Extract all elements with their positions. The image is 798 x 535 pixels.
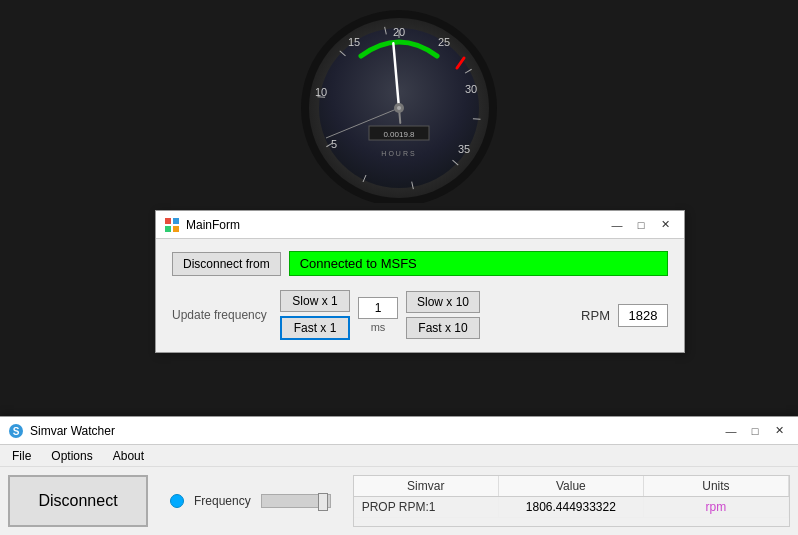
mainform-content: Disconnect from Connected to MSFS Update… [156, 239, 684, 352]
svg-text:0.0019.8: 0.0019.8 [383, 130, 415, 139]
svg-rect-29 [173, 218, 179, 224]
table-header: Simvar Value Units [354, 476, 789, 497]
svg-rect-31 [173, 226, 179, 232]
frequency-indicator [170, 494, 184, 508]
rpm-section: RPM 1828 [581, 304, 668, 327]
svg-text:S: S [13, 426, 20, 437]
row-units: rpm [644, 497, 789, 517]
simvar-titlebar-controls: — □ ✕ [720, 422, 790, 440]
simvar-title: Simvar Watcher [30, 424, 115, 438]
svg-text:30: 30 [465, 83, 477, 95]
svg-text:10: 10 [315, 86, 327, 98]
simvar-window: S Simvar Watcher — □ ✕ File Options Abou… [0, 416, 798, 535]
simvar-titlebar-left: S Simvar Watcher [8, 423, 115, 439]
simvar-minimize-button[interactable]: — [720, 422, 742, 440]
titlebar-controls: — □ ✕ [606, 216, 676, 234]
disconnect-from-button[interactable]: Disconnect from [172, 252, 281, 276]
minimize-button[interactable]: — [606, 216, 628, 234]
gauge-widget: 5 10 15 20 25 30 35 [299, 8, 499, 203]
table-row: PROP RPM:1 1806.444933322 rpm [354, 497, 789, 518]
fast-x1-button[interactable]: Fast x 1 [280, 316, 350, 340]
svg-text:15: 15 [348, 36, 360, 48]
simvar-content: Disconnect Frequency Simvar Value Units … [0, 467, 798, 535]
header-units: Units [644, 476, 789, 496]
ms-value-input[interactable] [358, 297, 398, 319]
frequency-slider[interactable] [261, 494, 331, 508]
menu-options[interactable]: Options [43, 447, 100, 465]
close-button[interactable]: ✕ [654, 216, 676, 234]
svg-text:35: 35 [458, 143, 470, 155]
svg-point-24 [397, 106, 401, 110]
disconnect-button[interactable]: Disconnect [8, 475, 148, 527]
row-simvar: PROP RPM:1 [354, 497, 499, 517]
right-freq-buttons: Slow x 10 Fast x 10 [406, 291, 480, 339]
slow-x1-button[interactable]: Slow x 1 [280, 290, 350, 312]
simvar-menu: File Options About [0, 445, 798, 467]
connect-row: Disconnect from Connected to MSFS [172, 251, 668, 276]
svg-rect-28 [165, 218, 171, 224]
slow-x10-button[interactable]: Slow x 10 [406, 291, 480, 313]
row-value: 1806.444933322 [499, 497, 644, 517]
simvar-titlebar: S Simvar Watcher — □ ✕ [0, 417, 798, 445]
mainform-titlebar: MainForm — □ ✕ [156, 211, 684, 239]
mainform-title: MainForm [186, 218, 240, 232]
svg-text:HOURS: HOURS [381, 150, 416, 157]
fast-x10-button[interactable]: Fast x 10 [406, 317, 480, 339]
frequency-row: Update frequency Slow x 1 Fast x 1 ms Sl… [172, 290, 668, 340]
maximize-button[interactable]: □ [630, 216, 652, 234]
header-value: Value [499, 476, 644, 496]
titlebar-left: MainForm [164, 217, 240, 233]
rpm-value-display: 1828 [618, 304, 668, 327]
svg-text:25: 25 [438, 36, 450, 48]
simvar-icon: S [8, 423, 24, 439]
frequency-panel: Frequency [160, 475, 341, 527]
ms-input-group: ms [358, 297, 398, 333]
simvar-maximize-button[interactable]: □ [744, 422, 766, 440]
header-simvar: Simvar [354, 476, 499, 496]
gauge-area: 5 10 15 20 25 30 35 [0, 0, 798, 210]
simvar-table: Simvar Value Units PROP RPM:1 1806.44493… [353, 475, 790, 527]
left-freq-buttons: Slow x 1 Fast x 1 [280, 290, 350, 340]
menu-file[interactable]: File [4, 447, 39, 465]
svg-rect-30 [165, 226, 171, 232]
menu-about[interactable]: About [105, 447, 152, 465]
mainform-window: MainForm — □ ✕ Disconnect from Connected… [155, 210, 685, 353]
mainform-icon [164, 217, 180, 233]
frequency-slider-thumb [318, 493, 328, 511]
connected-status: Connected to MSFS [289, 251, 668, 276]
disconnect-panel: Disconnect [8, 475, 148, 527]
ms-unit-label: ms [371, 321, 386, 333]
update-frequency-label: Update frequency [172, 308, 272, 322]
rpm-label: RPM [581, 308, 610, 323]
simvar-close-button[interactable]: ✕ [768, 422, 790, 440]
frequency-panel-label: Frequency [194, 494, 251, 508]
